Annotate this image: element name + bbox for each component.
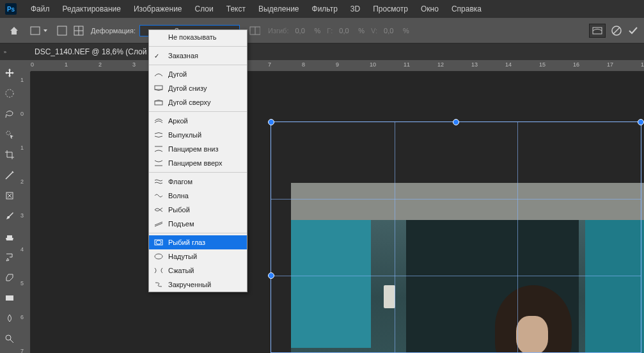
squeeze-icon (154, 267, 163, 274)
crop-tool[interactable] (2, 147, 17, 162)
transform-handle-tl[interactable] (268, 119, 274, 125)
transform-handle-tm[interactable] (453, 119, 459, 125)
history-brush-tool[interactable] (2, 249, 17, 265)
healing-brush-tool[interactable] (2, 188, 17, 203)
warp-twist[interactable]: Закрученный (149, 278, 247, 292)
ruler-vertical[interactable]: 1012345678 (19, 72, 31, 353)
twist-icon (154, 281, 163, 288)
marquee-tool[interactable] (2, 86, 17, 101)
move-tool[interactable] (2, 65, 17, 81)
deform-label: Деформация: (91, 27, 136, 35)
shell-lower-icon (154, 145, 163, 153)
ruler-tick: 9 (336, 61, 339, 68)
bulge-icon (154, 131, 163, 139)
svg-rect-1 (58, 26, 67, 35)
svg-rect-15 (6, 295, 13, 301)
warp-orientation-icon[interactable] (249, 25, 260, 36)
svg-line-9 (613, 27, 620, 34)
ruler-tick: 1 (20, 145, 24, 151)
menu-select[interactable]: Выделение (252, 4, 306, 13)
ruler-tick: 2 (98, 61, 102, 68)
v-unit: % (403, 27, 409, 35)
h-input[interactable]: 0,0 (336, 25, 358, 36)
warp-bulge[interactable]: Выпуклый (149, 128, 247, 142)
warp-wave[interactable]: Волна (149, 189, 247, 203)
warp-style-menu: Не показывать ✓Заказная Дугой Дугой сниз… (148, 29, 247, 292)
ruler-tick: 2 (20, 178, 24, 185)
brush-tool[interactable] (2, 208, 17, 224)
svg-rect-19 (155, 101, 162, 105)
menu-3d[interactable]: 3D (344, 4, 366, 13)
warp-squeeze[interactable]: Сжатый (149, 263, 247, 278)
canvas-area[interactable]: 0123456789101112131415161718 1012345678 (19, 60, 644, 353)
eraser-tool[interactable] (2, 270, 17, 285)
menu-help[interactable]: Справка (445, 4, 488, 13)
h-unit: % (358, 27, 365, 35)
dodge-tool[interactable] (2, 331, 17, 347)
transform-handle-ml[interactable] (268, 272, 274, 279)
menu-view[interactable]: Просмотр (366, 4, 414, 13)
ruler-tick: 0 (31, 61, 34, 68)
ruler-tick: 3 (20, 212, 24, 219)
blur-tool[interactable] (2, 311, 17, 326)
rise-icon (154, 220, 163, 228)
home-button[interactable] (5, 22, 23, 40)
ruler-tick: 7 (20, 348, 24, 353)
warp-fish[interactable]: Рыбой (149, 203, 247, 217)
menu-file[interactable]: Файл (24, 4, 56, 13)
warp-arc-lower[interactable]: Дугой снизу (149, 81, 247, 95)
menu-edit[interactable]: Редактирование (56, 4, 127, 13)
quick-select-tool[interactable] (2, 127, 17, 142)
v-input[interactable]: 0,0 (381, 25, 403, 36)
menu-image[interactable]: Изображение (127, 4, 189, 13)
expand-panels-button[interactable]: » (0, 43, 10, 60)
split-warp-cross-icon[interactable] (73, 25, 84, 36)
warp-shell-lower[interactable]: Панцирем вниз (149, 142, 247, 156)
warp-custom[interactable]: ✓Заказная (149, 49, 247, 63)
gradient-tool[interactable] (2, 290, 17, 306)
svg-point-11 (6, 131, 10, 135)
menu-window[interactable]: Окно (414, 4, 445, 13)
arc-lower-icon (154, 84, 163, 92)
menu-layer[interactable]: Слои (189, 4, 220, 13)
warp-arc[interactable]: Дугой (149, 67, 247, 81)
ruler-tick: 10 (370, 61, 376, 68)
commit-transform-button[interactable] (627, 25, 639, 36)
ruler-tick: 4 (20, 246, 24, 253)
transform-handle-tr[interactable] (638, 119, 644, 125)
ruler-tick: 0 (20, 111, 24, 117)
switch-transform-button[interactable] (589, 24, 606, 38)
ruler-tick: 11 (404, 61, 410, 68)
svg-point-10 (6, 90, 13, 97)
svg-point-22 (155, 254, 162, 259)
warp-none[interactable]: Не показывать (149, 30, 247, 44)
warp-fisheye[interactable]: Рыбий глаз (149, 235, 247, 249)
ruler-tick: 16 (573, 61, 579, 68)
ruler-horizontal[interactable]: 0123456789101112131415161718 (19, 60, 644, 72)
check-icon: ✓ (154, 52, 159, 59)
clone-stamp-tool[interactable] (2, 229, 17, 244)
warp-rise[interactable]: Подъем (149, 217, 247, 231)
cancel-transform-button[interactable] (611, 25, 622, 36)
fish-icon (154, 206, 163, 214)
warp-inflate[interactable]: Надутый (149, 249, 247, 263)
warp-flag[interactable]: Флагом (149, 175, 247, 189)
warp-arc-upper[interactable]: Дугой сверху (149, 95, 247, 109)
ruler-tick: 1 (20, 77, 24, 83)
split-warp-h-icon[interactable] (56, 25, 68, 36)
ruler-tick: 6 (20, 314, 24, 320)
ps-logo: Ps (5, 3, 17, 15)
bend-input[interactable]: 0,0 (292, 25, 314, 36)
tool-preset-picker[interactable] (26, 23, 51, 38)
arch-icon (154, 117, 163, 125)
warp-arch[interactable]: Аркой (149, 114, 247, 128)
eyedropper-tool[interactable] (2, 168, 17, 183)
menu-type[interactable]: Текст (220, 4, 252, 13)
v-label: V: (371, 27, 377, 35)
ruler-tick: 5 (20, 280, 24, 286)
lasso-tool[interactable] (2, 106, 17, 122)
menu-filter[interactable]: Фильтр (306, 4, 344, 13)
svg-line-17 (10, 340, 13, 343)
arc-icon (154, 70, 163, 78)
warp-shell-upper[interactable]: Панцирем вверх (149, 156, 247, 170)
